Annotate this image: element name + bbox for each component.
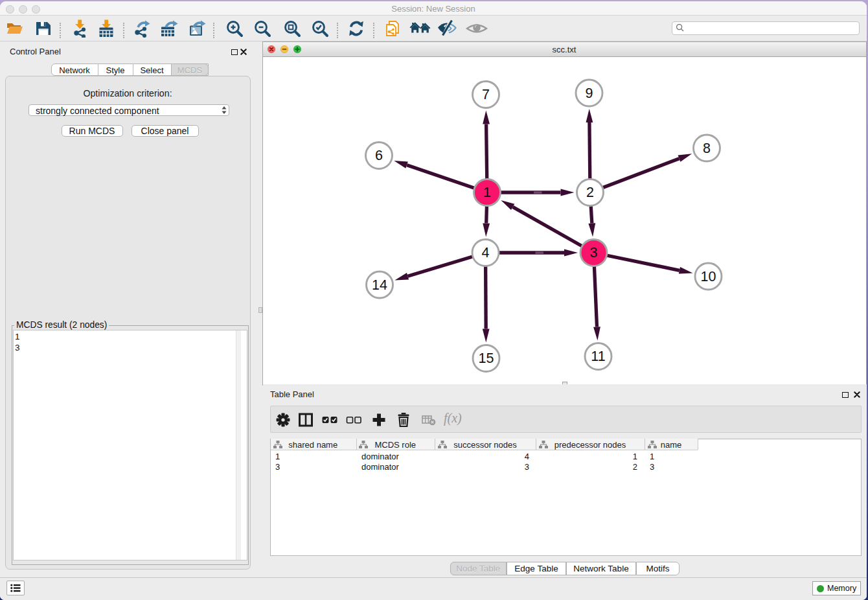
svg-text:9: 9 <box>585 86 593 101</box>
svg-text:11: 11 <box>591 349 605 364</box>
svg-text:6: 6 <box>375 148 383 163</box>
svg-text:2: 2 <box>586 185 594 200</box>
svg-text:1: 1 <box>483 185 491 200</box>
svg-text:14: 14 <box>372 277 387 293</box>
svg-text:15: 15 <box>478 351 494 366</box>
svg-text:4: 4 <box>481 245 489 260</box>
svg-text:10: 10 <box>700 269 716 284</box>
svg-text:3: 3 <box>589 245 597 260</box>
svg-text:7: 7 <box>482 87 490 102</box>
svg-text:8: 8 <box>703 141 711 156</box>
